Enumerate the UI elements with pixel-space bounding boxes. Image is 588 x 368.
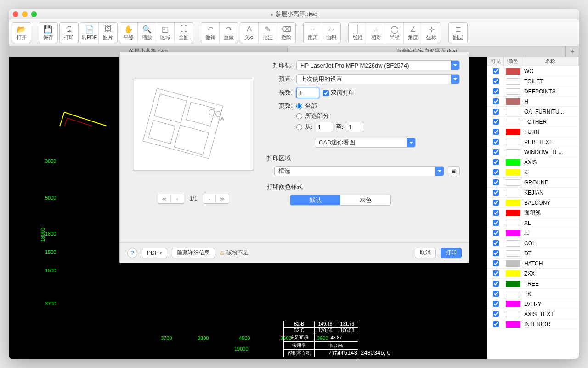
toolbar-图层-button[interactable]: ≣图层: [449, 23, 467, 43]
layer-visible-checkbox[interactable]: [493, 210, 499, 216]
pager-next-button[interactable]: ›: [203, 194, 216, 203]
layer-row[interactable]: TK: [487, 289, 579, 299]
print-area-select[interactable]: 框选: [274, 166, 444, 176]
layer-row[interactable]: H: [487, 97, 579, 107]
help-button[interactable]: ?: [127, 248, 137, 258]
pager-last-button[interactable]: ≫: [216, 194, 229, 203]
page-from-input[interactable]: [316, 122, 333, 132]
toolbar-角度-button[interactable]: ∠角度: [404, 23, 422, 43]
pager-prev-button[interactable]: ‹: [171, 194, 184, 203]
toolbar-打开-button[interactable]: 📂打开: [12, 23, 31, 43]
copies-input[interactable]: [296, 88, 319, 98]
layer-row[interactable]: TOILET: [487, 76, 579, 86]
toolbar-缩放-button[interactable]: 🔍缩放: [138, 23, 156, 43]
duplex-checkbox[interactable]: [323, 90, 329, 96]
layer-visible-checkbox[interactable]: [493, 109, 499, 115]
layer-row[interactable]: TREE: [487, 279, 579, 289]
layer-row[interactable]: COL: [487, 238, 579, 248]
layer-visible-checkbox[interactable]: [493, 240, 499, 246]
layer-row[interactable]: TOTHER: [487, 117, 579, 127]
layer-row[interactable]: 面积线: [487, 208, 579, 218]
pages-range-radio[interactable]: [296, 124, 302, 130]
toolbar-全图-button[interactable]: ⛶全图: [175, 23, 193, 43]
toolbar-距离-button[interactable]: ↔距离: [304, 23, 322, 43]
layer-visible-checkbox[interactable]: [493, 68, 499, 74]
toolbar-保存-button[interactable]: 💾保存: [39, 23, 57, 43]
layer-row[interactable]: AXIS_TEXT: [487, 309, 579, 319]
color-style-gray[interactable]: 灰色: [340, 195, 390, 205]
toolbar-坐标-button[interactable]: ⊹坐标: [422, 23, 441, 43]
layer-visible-checkbox[interactable]: [493, 250, 499, 256]
pdf-dropdown-button[interactable]: PDF▾: [142, 248, 167, 258]
layer-visible-checkbox[interactable]: [493, 149, 499, 155]
layer-visible-checkbox[interactable]: [493, 119, 499, 125]
toolbar-区域-button[interactable]: ◰区域: [156, 23, 175, 43]
layer-visible-checkbox[interactable]: [493, 190, 499, 196]
layer-row[interactable]: WC: [487, 66, 579, 76]
layer-visible-checkbox[interactable]: [493, 321, 499, 327]
layer-visible-checkbox[interactable]: [493, 88, 499, 94]
hide-details-button[interactable]: 隐藏详细信息: [172, 248, 215, 258]
window-minimize-button[interactable]: [22, 12, 28, 17]
layer-visible-checkbox[interactable]: [493, 78, 499, 84]
page-to-input[interactable]: [346, 122, 363, 132]
toolbar-文本-button[interactable]: A文本: [240, 23, 259, 43]
toolbar-半径-button[interactable]: ◯半径: [385, 23, 404, 43]
layer-visible-checkbox[interactable]: [493, 139, 499, 145]
layer-row[interactable]: WINDOW_TE...: [487, 147, 579, 157]
layer-row[interactable]: LVTRY: [487, 299, 579, 309]
add-tab-button[interactable]: +: [566, 46, 579, 57]
layers-list[interactable]: WCTOILETDEFPOINTSHOA_FURNITU...TOTHERFUR…: [487, 66, 579, 359]
pages-all-radio[interactable]: [296, 103, 302, 109]
layer-visible-checkbox[interactable]: [493, 200, 499, 206]
layer-row[interactable]: ZXX: [487, 269, 579, 279]
window-close-button[interactable]: [13, 12, 18, 17]
layer-row[interactable]: FURN: [487, 127, 579, 137]
toolbar-线性-button[interactable]: │线性: [349, 23, 367, 43]
toolbar-重做-button[interactable]: ↷重做: [220, 23, 238, 43]
layer-visible-checkbox[interactable]: [493, 220, 499, 226]
layer-visible-checkbox[interactable]: [493, 260, 499, 266]
toolbar-撤销-button[interactable]: ↶撤销: [201, 23, 220, 43]
layer-row[interactable]: HATCH: [487, 259, 579, 269]
layer-row[interactable]: GROUND: [487, 178, 579, 188]
color-style-default[interactable]: 默认: [290, 195, 340, 205]
layer-visible-checkbox[interactable]: [493, 129, 499, 135]
layer-row[interactable]: PUB_TEXT: [487, 137, 579, 147]
app-select[interactable]: CAD迷你看图: [315, 138, 416, 148]
toolbar-批注-button[interactable]: ✎批注: [259, 23, 277, 43]
pick-area-button[interactable]: ▣: [448, 166, 460, 176]
pager-first-button[interactable]: ≪: [158, 194, 171, 203]
toolbar-打印-button[interactable]: 🖨打印: [60, 23, 78, 43]
layer-row[interactable]: JJ: [487, 228, 579, 238]
cancel-button[interactable]: 取消: [415, 248, 436, 258]
preset-select[interactable]: 上次使用的设置: [296, 74, 460, 84]
printer-select[interactable]: HP LaserJet Pro MFP M226dw (BF2574): [296, 60, 460, 70]
layer-visible-checkbox[interactable]: [493, 301, 499, 307]
layer-visible-checkbox[interactable]: [493, 311, 499, 317]
layer-visible-checkbox[interactable]: [493, 169, 499, 175]
layer-visible-checkbox[interactable]: [493, 270, 499, 276]
print-button[interactable]: 打印: [441, 248, 462, 258]
toolbar-撤除-button[interactable]: ⌫撤除: [277, 23, 295, 43]
window-zoom-button[interactable]: [31, 12, 37, 17]
toolbar-图片-button[interactable]: 🖼图片: [99, 23, 117, 43]
layer-visible-checkbox[interactable]: [493, 281, 499, 287]
layer-visible-checkbox[interactable]: [493, 159, 499, 165]
pages-selected-radio[interactable]: [296, 113, 302, 119]
layer-row[interactable]: DT: [487, 248, 579, 259]
layer-row[interactable]: AXIS: [487, 157, 579, 167]
toolbar-转PDF-button[interactable]: 📄转PDF: [80, 23, 99, 43]
layer-visible-checkbox[interactable]: [493, 291, 499, 297]
layer-row[interactable]: INTERIOR: [487, 319, 579, 329]
toolbar-平移-button[interactable]: ✋平移: [119, 23, 138, 43]
layer-row[interactable]: BALCONY: [487, 198, 579, 208]
layer-row[interactable]: DEFPOINTS: [487, 86, 579, 97]
layer-visible-checkbox[interactable]: [493, 230, 499, 236]
layer-visible-checkbox[interactable]: [493, 98, 499, 104]
toolbar-相对-button[interactable]: ⟂相对: [367, 23, 385, 43]
layer-row[interactable]: XL: [487, 218, 579, 228]
layer-row[interactable]: OA_FURNITU...: [487, 107, 579, 117]
toolbar-面积-button[interactable]: ▱面积: [322, 23, 340, 43]
layer-visible-checkbox[interactable]: [493, 179, 499, 185]
